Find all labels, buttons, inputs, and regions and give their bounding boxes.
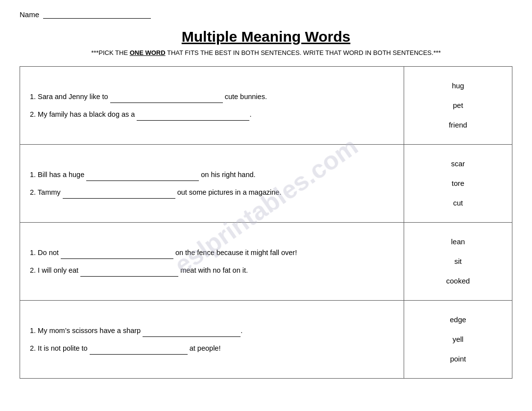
word-option: edge: [414, 312, 502, 327]
s2-prefix: 2. I will only eat: [30, 266, 80, 274]
table-row: 1. Bill has a huge on his right hand. 2.…: [20, 145, 512, 223]
sentence-3-1: 1. Do not on the fence because it might …: [30, 246, 394, 259]
word-option: cooked: [414, 274, 502, 288]
blank-1-2[interactable]: [137, 113, 249, 121]
word-option: lean: [414, 234, 502, 249]
sentences-cell-4: 1. My mom’s scissors have a sharp . 2. I…: [20, 301, 404, 379]
s2-prefix: 2. My family has a black dog as a: [30, 110, 137, 118]
page-title: Multiple Meaning Words: [20, 28, 512, 45]
blank-4-1[interactable]: [143, 329, 241, 337]
sentence-1-2: 2. My family has a black dog as a .: [30, 108, 394, 121]
sentences-cell-2: 1. Bill has a huge on his right hand. 2.…: [20, 145, 404, 223]
blank-4-2[interactable]: [90, 347, 188, 355]
sentence-4-2: 2. It is not polite to at people!: [30, 342, 394, 355]
s2-suffix: at people!: [188, 344, 221, 352]
s2-suffix: .: [249, 110, 251, 118]
table-row: 1. My mom’s scissors have a sharp . 2. I…: [20, 301, 512, 379]
s2-prefix: 2. It is not polite to: [30, 344, 90, 352]
word-option: tore: [414, 176, 502, 191]
sentence-2-2: 2. Tammy out some pictures in a magazine…: [30, 186, 394, 199]
s1-prefix: 1. My mom’s scissors have a sharp: [30, 327, 143, 334]
word-option: point: [414, 352, 502, 366]
s1-prefix: 1. Do not: [30, 249, 61, 257]
subtitle-pre: ***PICK THE: [91, 49, 130, 56]
blank-2-1[interactable]: [86, 173, 199, 181]
word-option: sit: [414, 254, 502, 269]
blank-3-1[interactable]: [61, 251, 173, 259]
worksheet-table: 1. Sara and Jenny like to cute bunnies. …: [20, 66, 512, 379]
s1-suffix: .: [241, 327, 242, 334]
word-option: scar: [414, 156, 502, 171]
sentences-cell-1: 1. Sara and Jenny like to cute bunnies. …: [20, 67, 404, 145]
word-option: cut: [414, 196, 502, 210]
s1-prefix: 1. Bill has a huge: [30, 171, 86, 179]
s1-suffix: on his right hand.: [199, 171, 255, 179]
words-cell-4: edge yell point: [404, 301, 512, 379]
words-cell-3: lean sit cooked: [404, 223, 512, 301]
s1-suffix: on the fence because it might fall over!: [173, 249, 297, 257]
word-option: pet: [414, 98, 502, 113]
subtitle-post: THAT FITS THE BEST IN BOTH SENTENCES. WR…: [166, 49, 441, 56]
s2-suffix: out some pictures in a magazine.: [175, 188, 282, 196]
blank-2-2[interactable]: [63, 191, 175, 199]
s2-prefix: 2. Tammy: [30, 188, 63, 196]
words-cell-1: hug pet friend: [404, 67, 512, 145]
word-option: hug: [414, 78, 502, 93]
sentence-2-1: 1. Bill has a huge on his right hand.: [30, 168, 394, 181]
s1-suffix: cute bunnies.: [223, 93, 267, 101]
words-cell-2: scar tore cut: [404, 145, 512, 223]
sentence-4-1: 1. My mom’s scissors have a sharp .: [30, 324, 394, 337]
word-option: yell: [414, 332, 502, 347]
table-row: 1. Do not on the fence because it might …: [20, 223, 512, 301]
word-option: friend: [414, 118, 502, 132]
sentence-3-2: 2. I will only eat meat with no fat on i…: [30, 264, 394, 277]
name-label: Name: [20, 10, 39, 19]
subtitle: ***PICK THE ONE WORD THAT FITS THE BEST …: [20, 49, 512, 56]
name-input-line: [43, 10, 151, 19]
blank-1-1[interactable]: [110, 95, 223, 103]
s1-prefix: 1. Sara and Jenny like to: [30, 93, 110, 101]
sentence-1-1: 1. Sara and Jenny like to cute bunnies.: [30, 90, 394, 103]
s2-suffix: meat with no fat on it.: [178, 266, 248, 274]
sentences-cell-3: 1. Do not on the fence because it might …: [20, 223, 404, 301]
table-row: 1. Sara and Jenny like to cute bunnies. …: [20, 67, 512, 145]
blank-3-2[interactable]: [80, 269, 178, 277]
subtitle-bold: ONE WORD: [130, 49, 166, 56]
